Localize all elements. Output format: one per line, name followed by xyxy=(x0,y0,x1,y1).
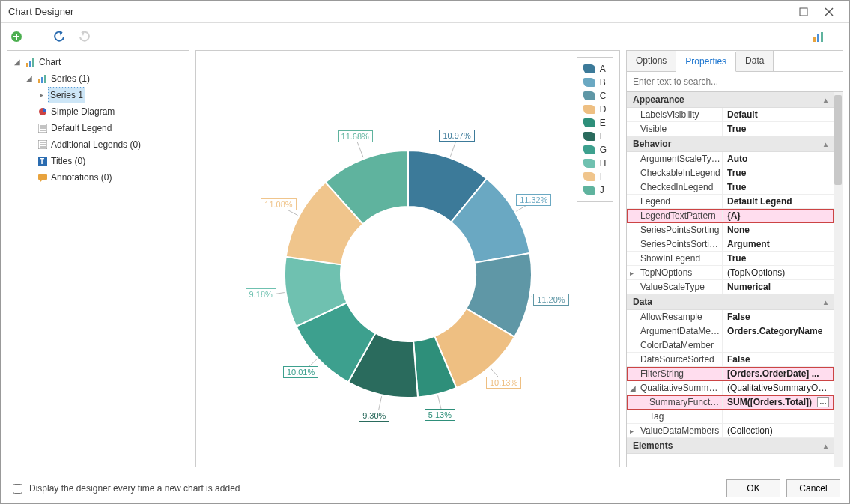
prop-row[interactable]: DataSourceSortedFalse xyxy=(627,353,834,367)
undo-button[interactable] xyxy=(50,27,70,46)
expander-icon[interactable]: ▸ xyxy=(37,88,45,103)
prop-row[interactable]: VisibleTrue xyxy=(627,122,834,136)
prop-row[interactable]: LabelsVisibilityDefault xyxy=(627,108,834,122)
tree-label: Additional Legends (0) xyxy=(51,137,141,152)
legend-item: E xyxy=(583,116,607,130)
expander-icon[interactable]: ◢ xyxy=(25,71,33,86)
cancel-button[interactable]: Cancel xyxy=(786,479,840,497)
series-icon xyxy=(37,73,48,84)
redo-button[interactable] xyxy=(74,27,94,46)
prop-row[interactable]: ShowInLegendTrue xyxy=(627,252,834,266)
slice-label: 11.32% xyxy=(516,194,551,206)
legend-label: A xyxy=(600,62,606,76)
legend-label: B xyxy=(600,76,606,89)
legend-label: H xyxy=(600,157,607,170)
legend-label: C xyxy=(600,89,607,103)
prop-row[interactable]: Tag xyxy=(627,410,834,424)
titles-icon: T xyxy=(37,156,48,166)
prop-row[interactable]: CheckableInLegendTrue xyxy=(627,166,834,180)
prop-row[interactable]: ▸TopNOptions(TopNOptions) xyxy=(627,266,834,280)
tree-titles[interactable]: T Titles (0) xyxy=(25,153,186,169)
tree-simple-diagram[interactable]: Simple Diagram xyxy=(25,103,186,120)
tree-chart[interactable]: ◢ Chart xyxy=(13,54,186,70)
legend-label: E xyxy=(600,116,606,130)
close-button[interactable] xyxy=(816,3,842,21)
tabs: Options Properties Data xyxy=(626,50,843,71)
legend-item: G xyxy=(583,143,607,157)
slice-label: 9.30% xyxy=(359,410,389,422)
tree-annotations[interactable]: Annotations (0) xyxy=(25,169,186,186)
prop-row[interactable]: ArgumentDataMem...Orders.CategoryName xyxy=(627,324,834,338)
donut-chart xyxy=(217,68,599,450)
legend-item: B xyxy=(583,76,607,89)
prop-row-summary-function[interactable]: SummaryFunctionSUM([Orders.Total])… xyxy=(627,395,834,410)
prop-row[interactable]: ▸ValueDataMembers(Collection) xyxy=(627,424,834,438)
add-button[interactable] xyxy=(7,27,26,46)
property-grid[interactable]: Appearance▴ LabelsVisibilityDefault Visi… xyxy=(626,92,843,467)
search-input[interactable] xyxy=(627,72,843,91)
chart-designer-window: Chart Designer ◢ xyxy=(0,0,850,504)
annotations-icon xyxy=(37,172,48,183)
slice-label: 10.13% xyxy=(486,377,521,389)
prop-row[interactable]: ValueScaleTypeNumerical xyxy=(627,280,834,294)
maximize-button[interactable] xyxy=(791,3,816,21)
legend-item: C xyxy=(583,89,607,103)
legend-swatch xyxy=(583,64,595,73)
legend: ABCDEFGHIJ xyxy=(577,57,613,202)
tab-options[interactable]: Options xyxy=(627,51,676,71)
expander-icon[interactable]: ◢ xyxy=(13,55,21,70)
category-appearance[interactable]: Appearance▴ xyxy=(627,92,834,108)
tree-label: Annotations (0) xyxy=(51,170,112,185)
tree-default-legend[interactable]: Default Legend xyxy=(25,120,186,136)
tab-data[interactable]: Data xyxy=(736,51,774,71)
legend-swatch xyxy=(583,105,595,114)
scrollbar[interactable] xyxy=(834,92,843,467)
legend-label: F xyxy=(600,130,605,143)
prop-row[interactable]: CheckedInLegendTrue xyxy=(627,180,834,195)
search-box xyxy=(626,71,843,92)
prop-row[interactable]: ◢QualitativeSummary...(QualitativeSummar… xyxy=(627,381,834,395)
tree-label: Simple Diagram xyxy=(51,104,115,119)
scrollbar-thumb[interactable] xyxy=(834,95,842,185)
svg-text:T: T xyxy=(40,157,44,166)
tree-panel: ◢ Chart ◢ Series (1) xyxy=(7,50,189,467)
slice-label: 11.08% xyxy=(261,198,296,210)
legend-swatch xyxy=(583,78,595,87)
category-behavior[interactable]: Behavior▴ xyxy=(627,136,834,152)
svg-rect-12 xyxy=(38,79,40,83)
display-designer-checkbox[interactable]: Display the designer every time a new ch… xyxy=(10,482,240,496)
legend-label: G xyxy=(600,143,607,157)
legend-swatch xyxy=(583,159,595,168)
tree-series-group[interactable]: ◢ Series (1) xyxy=(25,70,186,87)
legend-swatch xyxy=(583,186,595,195)
svg-rect-9 xyxy=(26,63,28,67)
svg-rect-14 xyxy=(44,75,46,83)
pie-icon xyxy=(37,106,48,117)
svg-rect-11 xyxy=(32,58,34,67)
ok-button[interactable]: OK xyxy=(726,479,780,497)
category-data[interactable]: Data▴ xyxy=(627,294,834,310)
main-body: ◢ Chart ◢ Series (1) xyxy=(1,50,849,473)
prop-row-filter-string[interactable]: FilterString[Orders.OrderDate] ... xyxy=(627,367,834,381)
prop-row[interactable]: SeriesPointsSortingNone xyxy=(627,223,834,237)
prop-row[interactable]: AllowResampleFalse xyxy=(627,310,834,324)
titlebar: Chart Designer xyxy=(1,1,849,23)
ellipsis-button[interactable]: … xyxy=(817,397,829,407)
prop-row[interactable]: ColorDataMember xyxy=(627,338,834,353)
tree-series1[interactable]: ▸ Series 1 xyxy=(37,87,186,103)
prop-row[interactable]: SeriesPointsSorting...Argument xyxy=(627,237,834,252)
svg-rect-8 xyxy=(821,32,823,42)
chart-type-button[interactable] xyxy=(809,27,828,46)
slice-label: 10.97% xyxy=(439,130,474,142)
prop-row-legend-text-pattern[interactable]: LegendTextPattern{A} xyxy=(627,209,834,223)
tree-additional-legends[interactable]: Additional Legends (0) xyxy=(25,136,186,153)
legend-icon xyxy=(37,139,48,150)
category-elements[interactable]: Elements▴ xyxy=(627,438,834,454)
prop-row[interactable]: LegendDefault Legend xyxy=(627,195,834,209)
tab-properties[interactable]: Properties xyxy=(676,52,736,72)
prop-row[interactable]: ArgumentScaleTypeAuto xyxy=(627,152,834,166)
checkbox-input[interactable] xyxy=(13,484,22,494)
tree-label: Titles (0) xyxy=(51,154,85,168)
legend-swatch xyxy=(583,118,595,127)
legend-item: I xyxy=(583,170,607,183)
